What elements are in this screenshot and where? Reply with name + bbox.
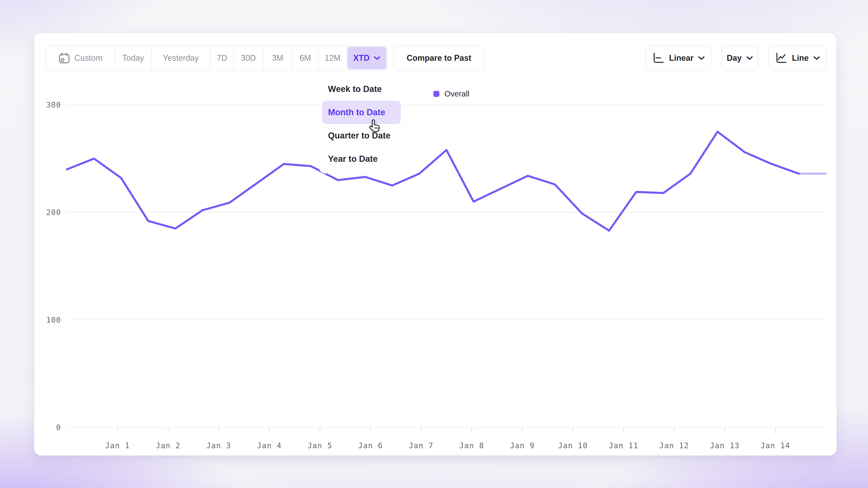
chevron-down-icon <box>698 56 705 60</box>
range-7d-button[interactable]: 7D <box>210 46 234 70</box>
y-axis-tick-label: 100 <box>46 316 61 324</box>
granularity-dropdown-label: Day <box>727 53 742 63</box>
x-axis-tick-label: Jan 14 <box>761 441 790 450</box>
range-today-button[interactable]: Today <box>115 46 151 70</box>
menu-item-label: Year to Date <box>328 154 378 164</box>
range-yesterday-button[interactable]: Yesterday <box>151 46 210 70</box>
x-axis-tick-label: Jan 6 <box>358 441 383 450</box>
range-30d-label: 30D <box>241 53 256 63</box>
y-axis-tick-label: 200 <box>46 208 61 217</box>
range-xtd-button[interactable]: XTD <box>346 46 387 70</box>
chevron-down-icon <box>746 56 753 60</box>
legend-label-overall: Overall <box>444 89 469 98</box>
range-3m-label: 3M <box>272 53 283 63</box>
x-axis-tick-label: Jan 13 <box>710 441 740 450</box>
compare-to-past-button[interactable]: Compare to Past <box>394 46 484 70</box>
x-axis-tick-label: Jan 4 <box>257 441 282 450</box>
date-range-group: Custom Today Yesterday 7D 30D 3M 6M 12M … <box>46 46 388 70</box>
xtd-dropdown-menu: Week to Date Month to Date Quarter to Da… <box>319 74 404 173</box>
line-chart-icon <box>775 52 787 64</box>
range-12m-label: 12M <box>324 53 340 63</box>
range-3m-button[interactable]: 3M <box>263 46 292 70</box>
x-axis-tick-label: Jan 2 <box>156 441 180 450</box>
x-axis-tick-label: Jan 7 <box>409 441 433 450</box>
linear-scale-icon <box>652 52 664 64</box>
range-30d-button[interactable]: 30D <box>234 46 263 70</box>
menu-item-quarter-to-date[interactable]: Quarter to Date <box>319 124 404 147</box>
chevron-down-icon <box>374 56 380 60</box>
x-axis-tick-label: Jan 9 <box>510 441 535 450</box>
range-7d-label: 7D <box>217 53 227 63</box>
chart-type-dropdown-button[interactable]: Line <box>768 46 827 70</box>
analytics-card: 0100200300Jan 1Jan 2Jan 3Jan 4Jan 5Jan 6… <box>34 33 837 456</box>
range-today-label: Today <box>122 53 144 63</box>
menu-item-label: Month to Date <box>328 107 385 117</box>
compare-to-past-label: Compare to Past <box>407 53 471 63</box>
x-axis-tick-label: Jan 5 <box>308 441 332 450</box>
menu-item-week-to-date[interactable]: Week to Date <box>319 77 404 101</box>
menu-item-month-to-date[interactable]: Month to Date <box>322 101 401 124</box>
calendar-icon <box>58 52 70 64</box>
chart-type-dropdown-label: Line <box>792 53 809 63</box>
range-12m-button[interactable]: 12M <box>318 46 346 70</box>
range-xtd-label: XTD <box>353 53 370 63</box>
range-6m-label: 6M <box>300 53 311 63</box>
range-yesterday-label: Yesterday <box>163 53 199 63</box>
range-6m-button[interactable]: 6M <box>292 46 318 70</box>
scale-dropdown-button[interactable]: Linear <box>645 46 712 70</box>
y-axis-tick-label: 0 <box>56 423 61 432</box>
mouse-pointer-cursor <box>368 119 383 133</box>
x-axis-tick-label: Jan 8 <box>459 441 484 450</box>
chart-legend: Overall <box>433 89 469 98</box>
x-axis-tick-label: Jan 12 <box>659 441 689 450</box>
x-axis-tick-label: Jan 10 <box>558 441 588 450</box>
x-axis-tick-label: Jan 1 <box>105 441 130 450</box>
menu-item-label: Week to Date <box>328 84 382 94</box>
x-axis-tick-label: Jan 11 <box>609 441 638 450</box>
y-axis-tick-label: 300 <box>46 101 61 109</box>
menu-item-year-to-date[interactable]: Year to Date <box>319 147 404 170</box>
range-custom-label: Custom <box>74 53 102 63</box>
chevron-down-icon <box>813 56 820 60</box>
x-axis-tick-label: Jan 3 <box>206 441 231 450</box>
granularity-dropdown-button[interactable]: Day <box>721 46 758 70</box>
scale-dropdown-label: Linear <box>669 53 693 63</box>
legend-swatch-overall <box>433 91 439 97</box>
range-custom-button[interactable]: Custom <box>46 46 115 70</box>
series-line-overall <box>67 132 799 231</box>
